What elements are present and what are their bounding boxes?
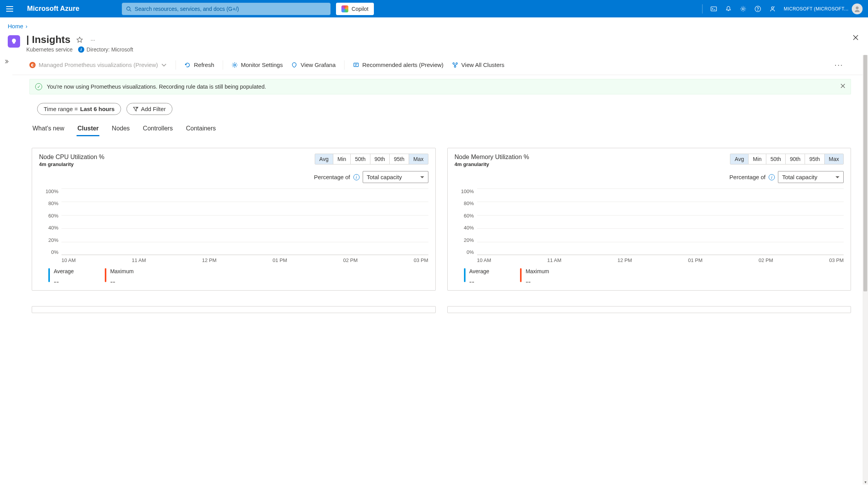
xtick: 01 PM (688, 257, 703, 266)
toolbar-overflow-icon[interactable]: ··· (834, 60, 843, 69)
directory-label: Directory: Microsoft (87, 46, 133, 53)
settings-icon[interactable] (736, 2, 750, 16)
info-icon[interactable]: i (769, 174, 775, 180)
svg-point-5 (742, 8, 744, 10)
scrollbar[interactable]: ▴ ▾ (863, 55, 868, 485)
seg-50th[interactable]: 50th (766, 154, 786, 164)
cloud-shell-icon[interactable] (706, 2, 721, 16)
tab-controllers[interactable]: Controllers (142, 122, 174, 136)
tab-nodes[interactable]: Nodes (111, 122, 130, 136)
monitor-settings-button[interactable]: Monitor Settings (232, 62, 283, 68)
scroll-thumb[interactable] (863, 55, 867, 291)
notifications-icon[interactable] (721, 2, 736, 16)
breadcrumb-home[interactable]: Home (8, 23, 23, 29)
avatar[interactable] (852, 3, 863, 14)
seg-95th[interactable]: 95th (805, 154, 824, 164)
brand-label[interactable]: Microsoft Azure (27, 5, 79, 13)
legend-avg-label: Average (469, 268, 489, 274)
more-actions-icon[interactable]: ··· (89, 36, 97, 44)
seg-95th[interactable]: 95th (390, 154, 409, 164)
capacity-dropdown[interactable]: Total capacity (778, 171, 844, 183)
xtick: 10 AM (477, 257, 491, 266)
svg-rect-2 (711, 7, 716, 11)
grafana-label: View Grafana (300, 62, 336, 68)
ytick: 80% (39, 200, 58, 206)
svg-point-12 (234, 64, 236, 66)
copilot-label: Copilot (351, 6, 368, 12)
add-filter-label: Add Filter (141, 106, 165, 112)
ytick: 20% (39, 237, 58, 243)
seg-max[interactable]: Max (409, 154, 428, 164)
top-right-icons: MICROSOFT (MICROSOFT.ONMI... (698, 2, 864, 16)
seg-avg[interactable]: Avg (315, 154, 333, 164)
seg-90th[interactable]: 90th (786, 154, 805, 164)
legend-avg-label: Average (54, 268, 74, 274)
top-nav: Microsoft Azure Copilot MICROSOFT (MICRO… (0, 0, 868, 17)
svg-point-9 (856, 6, 858, 9)
legend-avg-color (464, 268, 466, 282)
grafana-icon (291, 62, 297, 68)
copilot-icon (341, 5, 348, 12)
scroll-down-icon[interactable]: ▾ (863, 479, 868, 485)
add-filter-pill[interactable]: Add Filter (126, 103, 172, 115)
svg-point-18 (454, 66, 456, 67)
info-icon: i (78, 46, 84, 53)
ytick: 100% (39, 188, 58, 194)
recommended-alerts-button[interactable]: Recommended alerts (Preview) (353, 62, 443, 68)
ytick: 100% (455, 188, 474, 194)
card-placeholder (447, 306, 851, 313)
mem-stat-segments: Avg Min 50th 90th 95th Max (730, 154, 844, 164)
ytick: 80% (455, 200, 474, 206)
hamburger-menu-icon[interactable] (4, 3, 15, 15)
svg-point-0 (127, 7, 130, 10)
capacity-dropdown[interactable]: Total capacity (363, 171, 428, 183)
legend-max-label: Maximum (525, 268, 549, 274)
xtick: 02 PM (759, 257, 773, 266)
help-icon[interactable] (750, 2, 765, 16)
banner-close-button[interactable] (841, 83, 845, 89)
favorite-star-icon[interactable] (76, 36, 84, 44)
seg-50th[interactable]: 50th (351, 154, 370, 164)
sidebar-expand-button[interactable] (0, 55, 12, 485)
seg-90th[interactable]: 90th (370, 154, 390, 164)
legend-max-value: -- (525, 277, 549, 286)
feedback-icon[interactable] (765, 2, 780, 16)
view-all-clusters-button[interactable]: View All Clusters (452, 62, 504, 68)
timerange-prefix: Time range = (44, 106, 78, 112)
xtick: 11 AM (547, 257, 561, 266)
seg-min[interactable]: Min (749, 154, 766, 164)
tab-containers[interactable]: Containers (185, 122, 217, 136)
filter-add-icon (133, 106, 138, 112)
mem-card-title: Node Memory Utilization % (455, 154, 529, 161)
ytick: 60% (39, 213, 58, 219)
search-input[interactable] (135, 6, 326, 12)
cpu-card-granularity: 4m granularity (39, 161, 104, 167)
global-search[interactable] (122, 3, 331, 15)
legend-max-label: Maximum (110, 268, 134, 274)
clusters-label: View All Clusters (461, 62, 504, 68)
tab-whats-new[interactable]: What's new (32, 122, 65, 136)
tab-cluster[interactable]: Cluster (77, 122, 99, 136)
xtick: 03 PM (414, 257, 428, 266)
legend-avg-value: -- (54, 277, 74, 286)
refresh-button[interactable]: Refresh (184, 62, 214, 68)
prometheus-dropdown[interactable]: ◐ Managed Prometheus visualizations (Pre… (29, 62, 167, 68)
seg-min[interactable]: Min (333, 154, 351, 164)
mem-chart: 100% 80% 60% 40% 20% 0% (455, 188, 844, 266)
mem-legend: Average -- Maximum -- (464, 268, 844, 286)
info-icon[interactable]: i (353, 174, 360, 180)
view-grafana-button[interactable]: View Grafana (291, 62, 336, 68)
refresh-icon (184, 62, 191, 68)
insight-tabs: What's new Cluster Nodes Controllers Con… (32, 122, 851, 136)
xtick: 11 AM (132, 257, 146, 266)
seg-avg[interactable]: Avg (730, 154, 749, 164)
seg-max[interactable]: Max (825, 154, 843, 164)
account-label[interactable]: MICROSOFT (MICROSOFT.ONMI... (784, 6, 849, 12)
time-range-pill[interactable]: Time range = Last 6 hours (37, 103, 121, 115)
copilot-button[interactable]: Copilot (336, 3, 374, 15)
chart-cards-row2 (32, 306, 851, 313)
close-blade-button[interactable] (853, 34, 859, 42)
command-bar: ◐ Managed Prometheus visualizations (Pre… (12, 55, 868, 75)
xtick: 02 PM (343, 257, 358, 266)
clusters-icon (452, 62, 458, 68)
